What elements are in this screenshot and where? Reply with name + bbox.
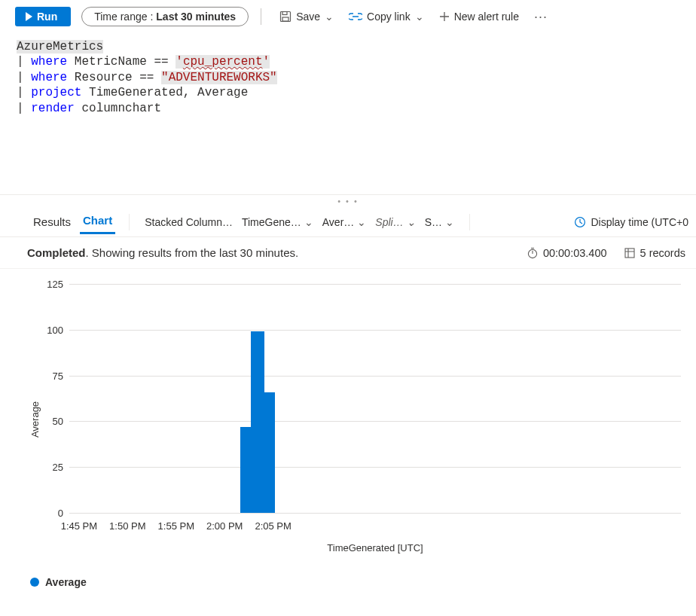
record-count: 5 records bbox=[624, 247, 685, 259]
run-label: Run bbox=[37, 11, 57, 23]
time-range-label: Time range : bbox=[94, 11, 153, 23]
tab-separator bbox=[469, 214, 470, 230]
play-icon bbox=[26, 12, 32, 21]
x-axis-label: TimeGenerated [UTC] bbox=[69, 542, 681, 553]
status-text: Completed. Showing results from the last… bbox=[27, 246, 298, 259]
new-alert-label: New alert rule bbox=[454, 11, 519, 23]
splitter-handle[interactable]: • • • bbox=[0, 195, 696, 207]
results-tabs-row: Results Chart Stacked Column… TimeGene…⌄… bbox=[0, 207, 696, 237]
aggregation-dropdown[interactable]: S…⌄ bbox=[423, 213, 456, 231]
save-button[interactable]: Save ⌄ bbox=[273, 8, 340, 26]
kql-table: AzureMetrics bbox=[17, 40, 103, 53]
svg-rect-2 bbox=[282, 17, 288, 21]
chevron-down-icon: ⌄ bbox=[357, 216, 366, 228]
time-range-picker[interactable]: Time range : Last 30 minutes bbox=[81, 7, 249, 26]
svg-rect-5 bbox=[625, 249, 634, 258]
legend-label: Average bbox=[45, 576, 87, 588]
status-bar: Completed. Showing results from the last… bbox=[0, 237, 696, 269]
query-duration: 00:00:03.400 bbox=[527, 247, 607, 259]
chevron-down-icon: ⌄ bbox=[407, 216, 416, 228]
records-icon bbox=[624, 247, 636, 259]
chevron-down-icon: ⌄ bbox=[445, 216, 454, 228]
query-editor[interactable]: AzureMetrics | where MetricName == 'cpu_… bbox=[0, 33, 696, 195]
toolbar: Run Time range : Last 30 minutes Save ⌄ … bbox=[0, 0, 696, 33]
chart-area: Average 0255075100125 1:45 PM1:50 PM1:55… bbox=[27, 284, 681, 555]
x-axis: 1:45 PM1:50 PM1:55 PM2:00 PM2:05 PM bbox=[69, 520, 681, 535]
legend-swatch bbox=[30, 578, 39, 587]
split-by-dropdown[interactable]: Spli…⌄ bbox=[374, 213, 417, 231]
tab-chart[interactable]: Chart bbox=[80, 209, 115, 234]
tab-results[interactable]: Results bbox=[30, 211, 74, 233]
run-button[interactable]: Run bbox=[15, 7, 71, 26]
chevron-down-icon: ⌄ bbox=[415, 11, 424, 23]
more-menu[interactable]: ··· bbox=[528, 9, 554, 25]
copy-link-label: Copy link bbox=[367, 11, 411, 23]
chart-plot: 0255075100125 bbox=[69, 284, 681, 513]
save-icon bbox=[279, 11, 292, 23]
link-icon bbox=[349, 11, 362, 22]
stopwatch-icon bbox=[527, 247, 539, 259]
time-range-value: Last 30 minutes bbox=[156, 11, 236, 23]
y-axis-dropdown[interactable]: Aver…⌄ bbox=[321, 213, 368, 231]
new-alert-button[interactable]: New alert rule bbox=[433, 8, 525, 26]
toolbar-separator bbox=[261, 8, 261, 25]
chart-type-dropdown[interactable]: Stacked Column… bbox=[143, 213, 234, 231]
chart-legend: Average bbox=[0, 555, 696, 588]
chart-bar[interactable] bbox=[261, 392, 275, 514]
svg-rect-1 bbox=[282, 12, 287, 15]
copy-link-button[interactable]: Copy link ⌄ bbox=[343, 8, 430, 26]
clock-icon bbox=[574, 216, 586, 228]
chevron-down-icon: ⌄ bbox=[325, 11, 334, 23]
plus-icon bbox=[439, 11, 450, 22]
save-label: Save bbox=[296, 11, 320, 23]
x-axis-dropdown[interactable]: TimeGene…⌄ bbox=[240, 213, 315, 231]
chevron-down-icon: ⌄ bbox=[304, 216, 313, 228]
tab-separator bbox=[129, 214, 130, 230]
display-time-dropdown[interactable]: Display time (UTC+0 bbox=[574, 216, 688, 228]
